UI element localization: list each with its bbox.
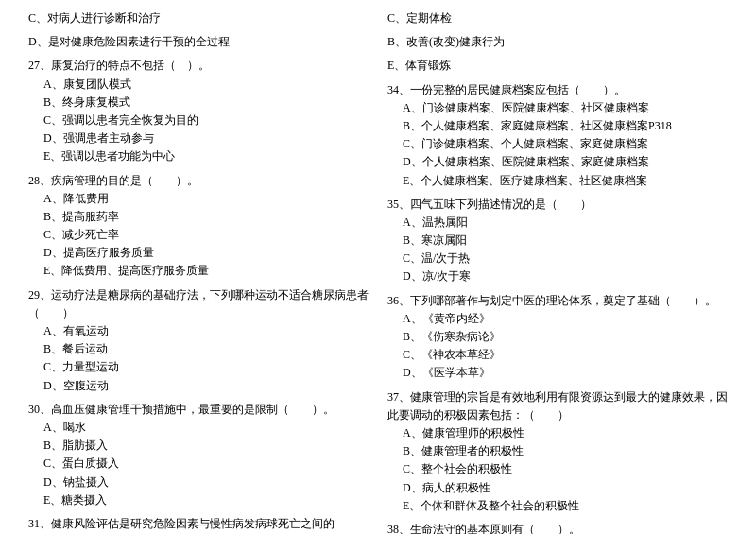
option-item: B、《伤寒杂病论》 [387,328,728,346]
option-item: B、健康管理者的积极性 [387,442,728,460]
question-title: 29、运动疗法是糖尿病的基础疗法，下列哪种运动不适合糖尿病患者（ ） [28,286,369,322]
option-item: D、《医学本草》 [387,364,728,382]
option-item: C、力量型运动 [28,358,369,376]
question-title: 38、生命法守的基本原则有（ ）。 [387,521,728,534]
option-item: E、强调以患者功能为中心 [28,147,369,165]
question-block: 27、康复治疗的特点不包括（ ）。A、康复团队模式B、终身康复模式C、强调以患者… [28,57,369,165]
option-item: C、强调以患者完全恢复为目的 [28,112,369,129]
option-item: A、降低费用 [28,190,369,208]
option-item: A、《黄帝内经》 [387,310,728,328]
question-title: 35、四气五味下列描述情况的是（ ） [387,196,728,214]
option-item: C、蛋白质摄入 [28,455,369,473]
option-item: B、脂肪摄入 [28,437,369,455]
question-title: 36、下列哪部著作与划定中医的理论体系，奠定了基础（ ）。 [387,292,728,310]
two-column-layout: C、对病人进行诊断和治疗D、是对健康危险因素进行干预的全过程27、康复治疗的特点… [28,9,728,534]
question-block: C、定期体检 [387,9,728,27]
question-title: B、改善(改变)健康行为 [387,33,728,51]
option-item: D、强调患者主动参与 [28,129,369,147]
option-item: C、减少死亡率 [28,226,369,244]
option-item: B、餐后运动 [28,340,369,358]
option-item: D、提高医疗服务质量 [28,244,369,262]
option-item: C、整个社会的积极性 [387,460,728,478]
option-item: D、凉/次于寒 [387,267,728,285]
question-block: 36、下列哪部著作与划定中医的理论体系，奠定了基础（ ）。A、《黄帝内经》B、《… [387,292,728,383]
question-block: 35、四气五味下列描述情况的是（ ）A、温热属阳B、寒凉属阳C、温/次于热D、凉… [387,196,728,286]
option-item: D、个人健康档案、医院健康档案、家庭健康档案 [387,153,728,171]
option-item: D、钠盐摄入 [28,474,369,491]
question-block: 37、健康管理的宗旨是有效地利用有限资源达到最大的健康效果，因此要调动的积极因素… [387,388,728,515]
option-item: A、门诊健康档案、医院健康档案、社区健康档案 [387,99,728,117]
question-title: 30、高血压健康管理干预措施中，最重要的是限制（ ）。 [28,401,369,419]
question-block: C、对病人进行诊断和治疗 [28,9,369,27]
question-title: 37、健康管理的宗旨是有效地利用有限资源达到最大的健康效果，因此要调动的积极因素… [387,388,728,424]
question-title: C、定期体检 [387,9,728,27]
question-title: D、是对健康危险因素进行干预的全过程 [28,33,369,51]
question-title: 28、疾病管理的目的是（ ）。 [28,172,369,190]
option-item: A、有氧运动 [28,322,369,340]
question-title: 31、健康风险评估是研究危险因素与慢性病发病球死亡之间的（ ）关联关系的学科。 [28,515,369,534]
question-block: D、是对健康危险因素进行干预的全过程 [28,33,369,51]
option-item: E、个体和群体及整个社会的积极性 [387,497,728,515]
option-item: C、门诊健康档案、个人健康档案、家庭健康档案 [387,135,728,153]
question-title: E、体育锻炼 [387,57,728,75]
question-block: B、改善(改变)健康行为 [387,33,728,51]
question-title: 34、一份完整的居民健康档案应包括（ ）。 [387,81,728,99]
option-item: D、空腹运动 [28,377,369,395]
question-title: 27、康复治疗的特点不包括（ ）。 [28,57,369,75]
question-block: E、体育锻炼 [387,57,728,75]
option-item: E、糖类摄入 [28,491,369,509]
question-block: 29、运动疗法是糖尿病的基础疗法，下列哪种运动不适合糖尿病患者（ ）A、有氧运动… [28,286,369,395]
option-item: E、降低费用、提高医疗服务质量 [28,262,369,280]
option-item: C、《神农本草经》 [387,346,728,364]
left-column: C、对病人进行诊断和治疗D、是对健康危险因素进行干预的全过程27、康复治疗的特点… [28,9,369,534]
option-item: B、寒凉属阳 [387,232,728,250]
question-title: C、对病人进行诊断和治疗 [28,9,369,27]
option-item: B、个人健康档案、家庭健康档案、社区健康档案P318 [387,117,728,135]
question-block: 38、生命法守的基本原则有（ ）。A、不伤害/有利原则B、无关原则C、合正原则D… [387,521,728,534]
question-block: 34、一份完整的居民健康档案应包括（ ）。A、门诊健康档案、医院健康档案、社区健… [387,81,728,190]
option-item: B、终身康复模式 [28,94,369,112]
right-column: C、定期体检B、改善(改变)健康行为E、体育锻炼34、一份完整的居民健康档案应包… [387,9,728,534]
option-item: C、温/次于热 [387,250,728,267]
option-item: A、健康管理师的积极性 [387,424,728,442]
option-item: A、喝水 [28,419,369,437]
option-item: E、个人健康档案、医疗健康档案、社区健康档案 [387,172,728,190]
question-block: 28、疾病管理的目的是（ ）。A、降低费用B、提高服药率C、减少死亡率D、提高医… [28,172,369,281]
question-block: 31、健康风险评估是研究危险因素与慢性病发病球死亡之间的（ ）关联关系的学科。A… [28,515,369,534]
question-block: 30、高血压健康管理干预措施中，最重要的是限制（ ）。A、喝水B、脂肪摄入C、蛋… [28,401,369,509]
page-container: C、对病人进行诊断和治疗D、是对健康危险因素进行干预的全过程27、康复治疗的特点… [28,9,728,534]
option-item: A、康复团队模式 [28,76,369,94]
option-item: B、提高服药率 [28,208,369,226]
option-item: A、温热属阳 [387,214,728,232]
option-item: D、病人的积极性 [387,479,728,497]
